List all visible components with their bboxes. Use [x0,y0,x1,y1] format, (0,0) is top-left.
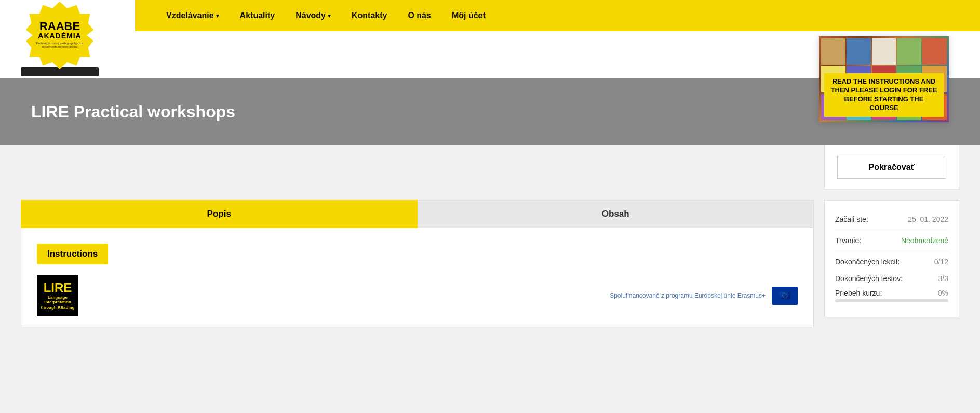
sidebar-progress-label-row: Priebeh kurzu: 0% [835,289,948,297]
sidebar-lessons-value: 0/12 [934,258,948,266]
tab-obsah[interactable]: Obsah [418,200,814,228]
promo-image-area: READ THE INSTRUCTIONS AND THEN PLEASE LO… [819,36,949,122]
nav-item-vzdelavanie[interactable]: Vzdelávanie ▾ [166,0,219,31]
sidebar-lessons-row: Dokončených lekcií: 0/12 [835,254,948,270]
sidebar-tests-row: Dokončených testov: 3/3 [835,270,948,287]
sidebar-duration-value: Neobmedzené [901,236,948,245]
sidebar: Začali ste: 25. 01. 2022 Trvanie: Neobme… [824,200,959,317]
pokracovat-button[interactable]: Pokračovať [837,156,947,179]
sidebar-tests-label: Dokončených testov: [835,274,903,283]
logo-raabe-text: RAABE [39,21,80,32]
logo-akademia-text: AKADÉMIA [38,32,81,40]
main-layout: Popis Obsah Instructions LIRE Language I… [0,190,980,348]
eu-flag-icon: 🇪🇺 [772,287,798,305]
sidebar-divider-2 [835,251,948,251]
nav-item-o-nas[interactable]: O nás [408,0,431,31]
tab-popis[interactable]: Popis [21,200,418,228]
sidebar-duration-row: Trvanie: Neobmedzené [835,232,948,249]
lire-badge: LIRE Language Interpretation through REa… [37,275,78,316]
erasmus-area: Spolufinancované z programu Európskej ún… [610,287,798,305]
sidebar-lessons-label: Dokončených lekcií: [835,258,900,266]
lire-logo-area: LIRE Language Interpretation through REa… [37,275,798,316]
lire-text: LIRE [44,281,72,295]
tab-content-popis: Instructions LIRE Language Interpretatio… [21,228,814,327]
logo-subtext: Profesijný rozvoj pedagogických a odborn… [26,41,93,50]
sidebar-progress-pct: 0% [938,289,948,297]
erasmus-text: Spolufinancované z programu Európskej ún… [610,291,766,300]
sidebar-started-row: Začali ste: 25. 01. 2022 [835,211,948,228]
nav-item-kontakty[interactable]: Kontakty [352,0,387,31]
sidebar-duration-label: Trvanie: [835,236,861,245]
promo-overlay-text: READ THE INSTRUCTIONS AND THEN PLEASE LO… [824,73,944,117]
sidebar-divider-1 [835,230,948,230]
sidebar-progress-label: Priebeh kurzu: [835,289,882,297]
nav-item-navody[interactable]: Návody ▾ [296,0,331,31]
lire-subtext: Language Interpretation through REading [37,295,78,310]
sidebar-started-label: Začali ste: [835,215,868,223]
sidebar-tests-value: 3/3 [938,274,948,283]
nav-item-aktuality[interactable]: Aktuality [240,0,275,31]
sidebar-progress-row: Priebeh kurzu: 0% [835,287,948,307]
instructions-button[interactable]: Instructions [37,244,108,264]
logo-wrap: RAABE AKADÉMIA Profesijný rozvoj pedagog… [21,2,135,76]
tabs: Popis Obsah [21,200,814,228]
chevron-down-icon: ▾ [328,0,331,31]
content-area: Popis Obsah Instructions LIRE Language I… [21,190,814,327]
logo-badge: RAABE AKADÉMIA Profesijný rozvoj pedagog… [26,2,93,69]
chevron-down-icon: ▾ [216,0,219,31]
progress-bar [835,299,948,302]
nav-item-moj-ucet[interactable]: Môj účet [452,0,486,31]
hero-banner: LIRE Practical workshops READ THE [0,78,980,145]
promo-card: READ THE INSTRUCTIONS AND THEN PLEASE LO… [819,36,949,122]
nav-bar: Vzdelávanie ▾ Aktuality Návody ▾ Kontakt… [135,0,980,31]
sidebar-started-value: 25. 01. 2022 [908,215,948,223]
page-title: LIRE Practical workshops [31,102,235,122]
